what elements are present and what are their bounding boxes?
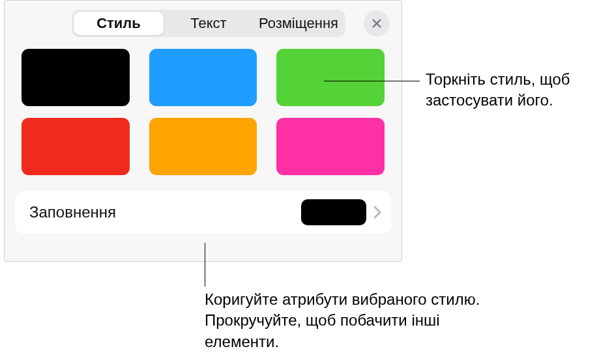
close-icon: [371, 18, 383, 29]
style-swatch-pink[interactable]: [276, 118, 385, 175]
style-swatch-red[interactable]: [22, 118, 130, 175]
tab-text[interactable]: Текст: [164, 12, 254, 35]
callout-lead-line: [324, 81, 420, 81]
close-button[interactable]: [364, 10, 390, 36]
chevron-right-icon: [373, 205, 382, 219]
tab-style[interactable]: Стиль: [74, 12, 164, 35]
tab-layout[interactable]: Розміщення: [254, 12, 343, 35]
callout-tap-style: Торкніть стиль, щоб застосувати його.: [426, 69, 608, 111]
style-swatch-black[interactable]: [22, 49, 130, 106]
fill-row[interactable]: Заповнення: [15, 191, 391, 234]
style-swatch-orange[interactable]: [149, 118, 257, 175]
callout-adjust-attributes: Коригуйте атрибути вибраного стилю. Прок…: [205, 289, 485, 352]
style-swatch-green[interactable]: [276, 49, 385, 106]
fill-color-preview: [301, 199, 366, 225]
header-row: Стиль Текст Розміщення: [5, 1, 401, 44]
fill-label: Заповнення: [29, 203, 301, 221]
segmented-control: Стиль Текст Розміщення: [72, 10, 345, 37]
callout-lead-line-vertical: [205, 243, 205, 287]
style-swatch-grid: [5, 44, 401, 187]
style-swatch-blue[interactable]: [149, 49, 257, 106]
format-panel: Стиль Текст Розміщення Заповнення: [4, 0, 402, 262]
